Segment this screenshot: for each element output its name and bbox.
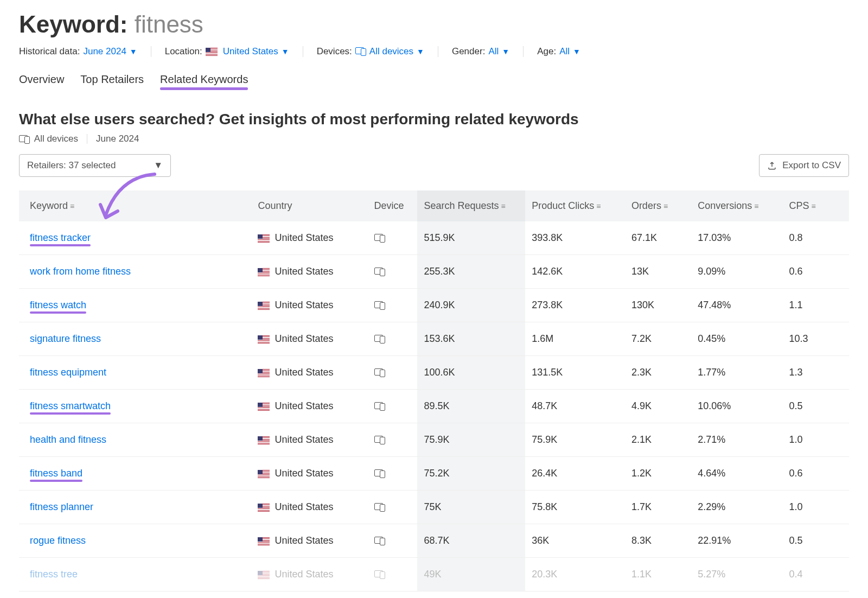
keyword-link[interactable]: fitness smartwatch	[30, 400, 111, 412]
cell-conversions: 1.77%	[691, 356, 782, 390]
age-filter[interactable]: Age: All ▼	[537, 46, 580, 57]
keyword-link[interactable]: fitness tree	[30, 569, 78, 580]
historical-data-filter[interactable]: Historical data: June 2024 ▼	[19, 46, 137, 57]
col-orders-header[interactable]: Orders≡	[625, 190, 691, 221]
tab-top-retailers[interactable]: Top Retailers	[80, 73, 144, 89]
table-row: work from home fitness United States255.…	[19, 255, 849, 289]
keyword-link[interactable]: work from home fitness	[30, 266, 131, 277]
col-keyword-header[interactable]: Keyword≡	[19, 190, 251, 221]
cell-cps: 1.1	[783, 289, 849, 322]
sort-icon: ≡	[596, 202, 601, 211]
table-row: fitness tree United States49K20.3K1.1K5.…	[19, 558, 849, 591]
devices-icon	[374, 436, 385, 444]
retailers-label: Retailers: 37 selected	[27, 160, 116, 171]
export-csv-button[interactable]: Export to CSV	[759, 154, 849, 177]
age-label: Age:	[537, 46, 556, 57]
cell-product-clicks: 75.9K	[525, 423, 625, 457]
table-row: rogue fitness United States68.7K36K8.3K2…	[19, 524, 849, 558]
table-row: fitness tracker United States515.9K393.8…	[19, 221, 849, 255]
cell-product-clicks: 36K	[525, 524, 625, 558]
cell-orders: 1.7K	[625, 491, 691, 524]
tab-bar: Overview Top Retailers Related Keywords	[19, 73, 849, 89]
cell-conversions: 0.45%	[691, 322, 782, 356]
cell-orders: 130K	[625, 289, 691, 322]
keyword-link[interactable]: fitness tracker	[30, 232, 91, 244]
chevron-down-icon: ▼	[502, 47, 509, 56]
divider	[523, 46, 524, 57]
keyword-link[interactable]: fitness watch	[30, 300, 86, 311]
meta-date: June 2024	[96, 133, 139, 144]
section-meta: All devices June 2024	[19, 133, 849, 144]
cell-country: United States	[251, 289, 367, 322]
meta-devices: All devices	[19, 133, 78, 144]
devices-icon	[374, 368, 385, 377]
keyword-link[interactable]: fitness planner	[30, 501, 93, 512]
cell-device	[368, 221, 418, 255]
devices-filter[interactable]: Devices: All devices ▼	[317, 46, 424, 57]
cell-search-requests: 153.6K	[417, 322, 525, 356]
location-value: United States	[223, 46, 278, 57]
table-row: fitness band United States75.2K26.4K1.2K…	[19, 457, 849, 491]
retailers-dropdown[interactable]: Retailers: 37 selected ▼	[19, 154, 171, 177]
tab-related-keywords[interactable]: Related Keywords	[160, 73, 248, 89]
chevron-down-icon: ▼	[130, 47, 137, 56]
cell-orders: 2.1K	[625, 423, 691, 457]
col-search-header[interactable]: Search Requests≡	[417, 190, 525, 221]
cell-product-clicks: 26.4K	[525, 457, 625, 491]
cell-cps: 1.3	[783, 356, 849, 390]
keyword-link[interactable]: fitness equipment	[30, 367, 106, 378]
cell-search-requests: 49K	[417, 558, 525, 591]
cell-country: United States	[251, 221, 367, 255]
flag-us-icon	[258, 268, 270, 276]
sort-icon: ≡	[501, 202, 505, 211]
cell-search-requests: 515.9K	[417, 221, 525, 255]
col-cps-header[interactable]: CPS≡	[783, 190, 849, 221]
cell-country: United States	[251, 390, 367, 423]
cell-device	[368, 322, 418, 356]
cell-orders: 4.9K	[625, 390, 691, 423]
divider	[151, 46, 151, 57]
keyword-link[interactable]: signature fitness	[30, 333, 101, 344]
gender-value: All	[488, 46, 499, 57]
flag-us-icon	[206, 48, 218, 56]
gender-filter[interactable]: Gender: All ▼	[452, 46, 509, 57]
col-country-header[interactable]: Country	[251, 190, 367, 221]
cell-country: United States	[251, 558, 367, 591]
cell-orders: 8.3K	[625, 524, 691, 558]
cell-conversions: 5.27%	[691, 558, 782, 591]
cell-cps: 1.0	[783, 491, 849, 524]
col-conversions-header[interactable]: Conversions≡	[691, 190, 782, 221]
keyword-link[interactable]: fitness band	[30, 468, 82, 479]
cell-conversions: 10.06%	[691, 390, 782, 423]
devices-value: All devices	[369, 46, 413, 57]
controls-row: Retailers: 37 selected ▼ Export to CSV	[19, 154, 849, 177]
sort-icon: ≡	[70, 202, 74, 211]
meta-devices-label: All devices	[34, 133, 78, 144]
table-row: fitness watch United States240.9K273.8K1…	[19, 289, 849, 322]
cell-cps: 1.0	[783, 423, 849, 457]
devices-icon	[374, 301, 385, 310]
keyword-link[interactable]: rogue fitness	[30, 535, 86, 546]
cell-country: United States	[251, 255, 367, 289]
historical-label: Historical data:	[19, 46, 80, 57]
cell-product-clicks: 48.7K	[525, 390, 625, 423]
tab-overview[interactable]: Overview	[19, 73, 64, 89]
cell-device	[368, 558, 418, 591]
cell-search-requests: 75.9K	[417, 423, 525, 457]
location-filter[interactable]: Location: United States ▼	[165, 46, 289, 57]
cell-product-clicks: 20.3K	[525, 558, 625, 591]
col-clicks-header[interactable]: Product Clicks≡	[525, 190, 625, 221]
age-value: All	[559, 46, 570, 57]
chevron-down-icon: ▼	[573, 47, 580, 56]
flag-us-icon	[258, 571, 270, 579]
keyword-link[interactable]: health and fitness	[30, 434, 106, 445]
table-row: fitness equipment United States100.6K131…	[19, 356, 849, 390]
devices-icon	[374, 537, 385, 545]
sort-icon: ≡	[754, 202, 758, 211]
filter-bar: Historical data: June 2024 ▼ Location: U…	[19, 46, 849, 57]
cell-search-requests: 89.5K	[417, 390, 525, 423]
devices-icon	[374, 234, 385, 243]
cell-search-requests: 100.6K	[417, 356, 525, 390]
gender-label: Gender:	[452, 46, 485, 57]
col-device-header[interactable]: Device	[368, 190, 418, 221]
